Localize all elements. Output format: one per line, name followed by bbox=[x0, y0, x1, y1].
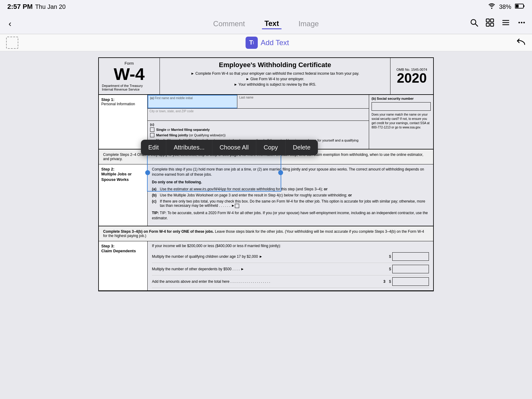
tab-image[interactable]: Image bbox=[296, 18, 321, 29]
dollar-sign-2: $ bbox=[389, 267, 391, 271]
step3-row2-amount: $ bbox=[389, 265, 429, 273]
step3-row1-amount: $ bbox=[389, 252, 429, 261]
grid-button[interactable] bbox=[486, 18, 494, 29]
context-menu: Edit Attributes... Choose All Copy Delet… bbox=[141, 140, 318, 155]
search-button[interactable] bbox=[470, 18, 478, 29]
document-area: Form W-4 Department of the Treasury Inte… bbox=[0, 51, 532, 297]
step2-item-b: (b) Use the Multiple Jobs Worksheet on p… bbox=[152, 193, 429, 197]
svg-rect-7 bbox=[486, 23, 489, 26]
status-date: Thu Jan 20 bbox=[35, 3, 66, 10]
toolbar-center: Comment Text Image bbox=[211, 18, 321, 29]
svg-rect-5 bbox=[486, 19, 489, 22]
svg-point-12 bbox=[519, 22, 520, 23]
step3-section: Step 3: Claim Dependents If your income … bbox=[99, 241, 433, 291]
checkbox-single[interactable]: Single or Married filing separately bbox=[150, 128, 366, 132]
form-title: Employee's Withholding Certificate bbox=[166, 61, 384, 69]
step3-row1-desc: Multiply the number of qualifying childr… bbox=[152, 254, 389, 259]
step2-number: Step 2: bbox=[101, 167, 145, 171]
svg-rect-2 bbox=[516, 5, 519, 8]
step3-title: Claim Dependents bbox=[101, 248, 145, 254]
step1-sublabel: Personal Information bbox=[101, 102, 145, 106]
first-name-label: (a) First name and middle initial bbox=[150, 96, 235, 100]
context-menu-attributes[interactable]: Attributes... bbox=[166, 140, 212, 155]
selection-handle-left[interactable] bbox=[145, 170, 150, 175]
complete-steps-note: Complete Steps 3–4(b) on Form W-4 for on… bbox=[103, 229, 424, 238]
svg-rect-1 bbox=[523, 5, 524, 7]
addr-placeholder: City or town, state, and ZIP code bbox=[149, 110, 367, 113]
amount-box-1[interactable] bbox=[392, 252, 429, 261]
list-button[interactable] bbox=[501, 18, 510, 29]
form-subtitle2: ► Give Form W-4 to your employer. bbox=[166, 76, 384, 82]
status-time: 2:57 PM bbox=[7, 3, 33, 11]
complete-note-band: Complete Steps 3–4(b) on Form W-4 for on… bbox=[99, 226, 433, 241]
ssn-input[interactable] bbox=[372, 102, 431, 111]
dollar-sign-1: $ bbox=[389, 254, 391, 259]
form-subtitle3: ► Your withholding is subject to review … bbox=[166, 82, 384, 87]
form-year-area: OMB No. 1545-0074 2020 bbox=[390, 58, 433, 94]
back-button[interactable]: ‹ bbox=[6, 18, 14, 30]
step3-label-col: Step 3: Claim Dependents bbox=[99, 241, 148, 290]
step2-item-c: (c) If there are only two jobs total, yo… bbox=[152, 199, 429, 208]
last-name-label: Last name bbox=[239, 96, 367, 99]
toolbar-left: ‹ bbox=[6, 18, 14, 30]
step3-row3-amount: 3 $ bbox=[383, 277, 429, 286]
svg-point-13 bbox=[521, 22, 523, 23]
svg-point-14 bbox=[523, 22, 525, 23]
step2-title: Multiple Jobs or Spouse Works bbox=[101, 171, 145, 182]
svg-rect-8 bbox=[491, 23, 494, 26]
context-menu-edit[interactable]: Edit bbox=[141, 140, 166, 155]
selection-handle-right[interactable] bbox=[278, 170, 283, 175]
wifi-icon bbox=[488, 3, 495, 10]
step3-row3-number: 3 bbox=[383, 279, 386, 284]
add-text-label[interactable]: Add Text bbox=[261, 38, 289, 47]
c-label: (c) bbox=[150, 123, 366, 126]
amount-box-2[interactable] bbox=[392, 265, 429, 273]
undo-button[interactable] bbox=[516, 37, 526, 49]
select-all-icon[interactable] bbox=[6, 37, 18, 49]
step3-row3-desc: Add the amounts above and enter the tota… bbox=[152, 279, 383, 284]
dept-label: Department of the Treasury Internal Reve… bbox=[102, 84, 156, 91]
step3-income-note: If your income will be $200,000 or less … bbox=[152, 244, 429, 248]
svg-rect-6 bbox=[491, 19, 494, 22]
form-subtitle1: ► Complete Form W-4 so that your employe… bbox=[166, 71, 384, 76]
address-field[interactable]: City or town, state, and ZIP code bbox=[148, 109, 369, 121]
step2-label-col: Step 2: Multiple Jobs or Spouse Works bbox=[99, 164, 148, 226]
step3-row1: Multiply the number of qualifying childr… bbox=[152, 250, 429, 263]
add-text-bar: T | Add Text bbox=[0, 34, 532, 51]
checkbox-married[interactable]: Married filing jointly (or Qualifying wi… bbox=[150, 133, 366, 137]
name-row: (a) First name and middle initial Last n… bbox=[148, 95, 369, 109]
form-logo: Form W-4 Department of the Treasury Inte… bbox=[99, 58, 160, 94]
field-a-letter: (a) bbox=[150, 96, 154, 100]
tab-comment[interactable]: Comment bbox=[211, 18, 247, 29]
cb-married-label: Married filing jointly (or Qualifying wi… bbox=[156, 133, 225, 137]
more-button[interactable] bbox=[517, 18, 526, 29]
first-name-field[interactable]: (a) First name and middle initial bbox=[148, 95, 237, 108]
ssn-col: (b) Social security number Does your nam… bbox=[369, 95, 433, 149]
last-name-field[interactable]: Last name bbox=[237, 95, 369, 108]
tab-text[interactable]: Text bbox=[262, 18, 282, 29]
step3-row2: Multiply the number of other dependents … bbox=[152, 263, 429, 275]
status-icons: 38% bbox=[488, 3, 525, 10]
context-menu-choose-all[interactable]: Choose All bbox=[212, 140, 257, 155]
svg-line-4 bbox=[475, 24, 478, 26]
add-text-cursor: | bbox=[253, 41, 254, 44]
step3-row3: Add the amounts above and enter the tota… bbox=[152, 275, 429, 288]
status-bar: 2:57 PM Thu Jan 20 38% bbox=[0, 0, 532, 13]
dollar-sign-3: $ bbox=[389, 279, 391, 284]
step3-content: If your income will be $200,000 or less … bbox=[148, 241, 433, 290]
form-title-area: Employee's Withholding Certificate ► Com… bbox=[160, 58, 390, 94]
add-text-icon-letter: T bbox=[249, 39, 253, 46]
first-name-text: First name and middle initial bbox=[155, 96, 193, 100]
step3-number: Step 3: bbox=[101, 244, 145, 248]
context-menu-copy[interactable]: Copy bbox=[256, 140, 286, 155]
battery-icon bbox=[515, 3, 525, 10]
step2-tip: TIP: TIP: To be accurate, submit a 2020 … bbox=[152, 210, 429, 221]
form-year: 2020 bbox=[397, 71, 427, 85]
form-number: W-4 bbox=[102, 66, 156, 83]
cb-married-box[interactable] bbox=[150, 133, 154, 137]
step1-number: Step 1: bbox=[101, 97, 145, 102]
amount-box-3[interactable] bbox=[392, 277, 429, 286]
ssn-note: Does your name match the name on your so… bbox=[372, 113, 431, 130]
cb-single-box[interactable] bbox=[150, 128, 154, 132]
context-menu-delete[interactable]: Delete bbox=[286, 140, 318, 155]
